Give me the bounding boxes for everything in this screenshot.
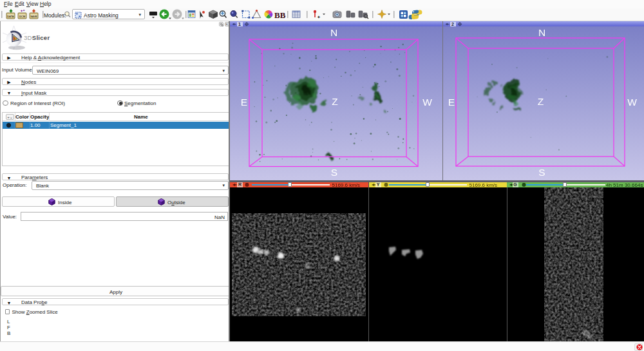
svg-text:S: S <box>538 167 545 178</box>
svg-text:W: W <box>422 97 432 108</box>
svg-text:N: N <box>330 27 337 38</box>
svg-text:W: W <box>627 97 637 108</box>
svg-text:BB: BB <box>274 10 286 20</box>
svg-text:DATA: DATA <box>7 15 14 18</box>
svg-text:S: S <box>331 167 337 178</box>
svg-text:✦: ✦ <box>23 8 25 12</box>
svg-text:DCM: DCM <box>19 15 26 18</box>
svg-text:E: E <box>448 97 455 108</box>
svg-text:E: E <box>241 97 247 108</box>
svg-text:N: N <box>538 27 545 38</box>
svg-text:Z: Z <box>332 96 337 107</box>
svg-text:SAVE: SAVE <box>30 15 37 18</box>
svg-text:Z: Z <box>538 96 544 107</box>
svg-text:✦: ✦ <box>317 15 321 19</box>
